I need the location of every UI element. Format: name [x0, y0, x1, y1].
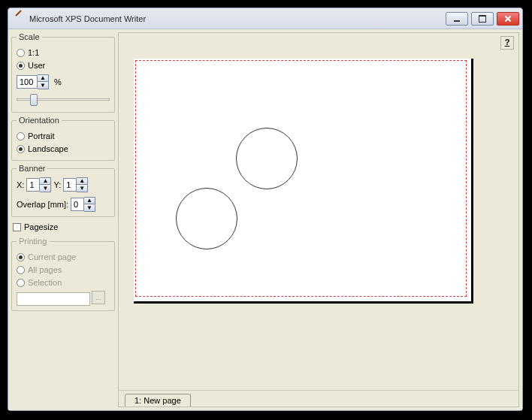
orientation-group: Orientation Portrait Landscape [11, 116, 115, 161]
titlebar[interactable]: Microsoft XPS Document Writer [8, 8, 522, 29]
banner-y-spin: ▲ ▼ [63, 177, 88, 192]
scale-user-label: User [28, 61, 45, 70]
scale-legend: Scale [17, 32, 42, 41]
banner-x-spin: ▲ ▼ [26, 177, 51, 192]
printing-legend: Printing [17, 237, 49, 246]
banner-legend: Banner [17, 164, 47, 173]
banner-x-input[interactable] [26, 178, 40, 192]
window-buttons [446, 12, 519, 26]
dialog-window: Microsoft XPS Document Writer Scale 1:1 … [8, 8, 523, 411]
scale-spin: ▲ ▼ [17, 74, 49, 89]
banner-group: Banner X: ▲ ▼ Y: ▲ [11, 164, 115, 217]
banner-overlap-row: Overlap [mm]: ▲ ▼ [17, 197, 110, 212]
printing-path-row: ... [17, 289, 110, 306]
scale-1-1-radio[interactable]: 1:1 [17, 47, 110, 59]
scale-percent-label: % [54, 77, 62, 86]
sidebar: Scale 1:1 User ▲ ▼ [11, 32, 115, 407]
tabstrip: 1: New page [119, 390, 518, 406]
scale-1-1-label: 1:1 [28, 48, 39, 57]
orientation-landscape-radio[interactable]: Landscape [17, 143, 110, 155]
orientation-landscape-label: Landscape [28, 144, 68, 153]
pagesize-checkbox[interactable]: Pagesize [11, 221, 115, 233]
banner-overlap-up-button[interactable]: ▲ [84, 198, 95, 204]
banner-y-arrows: ▲ ▼ [77, 177, 88, 192]
canvas-area [119, 33, 518, 390]
banner-y-label: Y: [53, 180, 61, 189]
drawing-circle [236, 128, 298, 189]
pagesize-label: Pagesize [24, 222, 58, 231]
printing-group: Printing Current page All pages Selectio… [11, 237, 115, 311]
radio-icon [17, 132, 25, 141]
checkbox-icon [13, 223, 21, 231]
banner-x-arrows: ▲ ▼ [40, 177, 51, 192]
banner-overlap-down-button[interactable]: ▼ [84, 204, 95, 211]
scale-spinner-arrows: ▲ ▼ [38, 74, 49, 89]
scale-value-row: ▲ ▼ % [17, 74, 110, 89]
printing-current-label: Current page [28, 252, 76, 261]
printing-selection-label: Selection [28, 278, 62, 287]
radio-icon [17, 253, 25, 261]
printing-all-label: All pages [28, 265, 62, 274]
scale-input[interactable] [17, 75, 38, 89]
minimize-button[interactable] [446, 12, 468, 26]
browse-button: ... [92, 291, 105, 304]
body: Scale 1:1 User ▲ ▼ [8, 29, 522, 410]
maximize-button[interactable] [471, 12, 494, 26]
banner-overlap-input[interactable] [71, 198, 84, 211]
banner-overlap-spin: ▲ ▼ [71, 197, 95, 212]
banner-x-up-button[interactable]: ▲ [40, 178, 50, 185]
radio-icon [17, 145, 25, 153]
banner-y-down-button[interactable]: ▼ [77, 185, 87, 192]
banner-xy-row: X: ▲ ▼ Y: ▲ ▼ [17, 177, 110, 192]
radio-icon [17, 49, 25, 57]
banner-y-input[interactable] [63, 178, 77, 192]
brush-icon [14, 14, 25, 24]
radio-icon [17, 62, 25, 70]
printing-path-input [17, 292, 90, 306]
scale-group: Scale 1:1 User ▲ ▼ [11, 32, 115, 113]
preview-panel: ? 1: New page [118, 32, 519, 407]
orientation-legend: Orientation [17, 116, 62, 125]
radio-icon [17, 279, 25, 287]
scale-user-radio[interactable]: User [17, 59, 110, 71]
orientation-portrait-label: Portrait [28, 131, 54, 141]
scale-slider[interactable] [17, 92, 110, 107]
banner-overlap-label: Overlap [mm]: [17, 200, 68, 209]
scale-down-button[interactable]: ▼ [38, 82, 48, 89]
radio-icon [17, 266, 25, 274]
printing-all-radio: All pages [17, 264, 110, 276]
orientation-portrait-radio[interactable]: Portrait [17, 130, 110, 142]
slider-thumb[interactable] [30, 94, 38, 106]
banner-y-up-button[interactable]: ▲ [77, 178, 87, 185]
banner-x-label: X: [17, 180, 24, 189]
banner-x-down-button[interactable]: ▼ [40, 185, 50, 192]
page-preview [134, 59, 473, 304]
tab-page-1[interactable]: 1: New page [125, 394, 191, 406]
window-title: Microsoft XPS Document Writer [29, 14, 446, 23]
scale-up-button[interactable]: ▲ [38, 75, 48, 82]
printing-selection-radio: Selection [17, 276, 110, 289]
close-button[interactable] [497, 12, 519, 26]
printing-current-radio: Current page [17, 251, 110, 263]
banner-overlap-arrows: ▲ ▼ [84, 197, 95, 212]
drawing-circle [176, 188, 237, 249]
